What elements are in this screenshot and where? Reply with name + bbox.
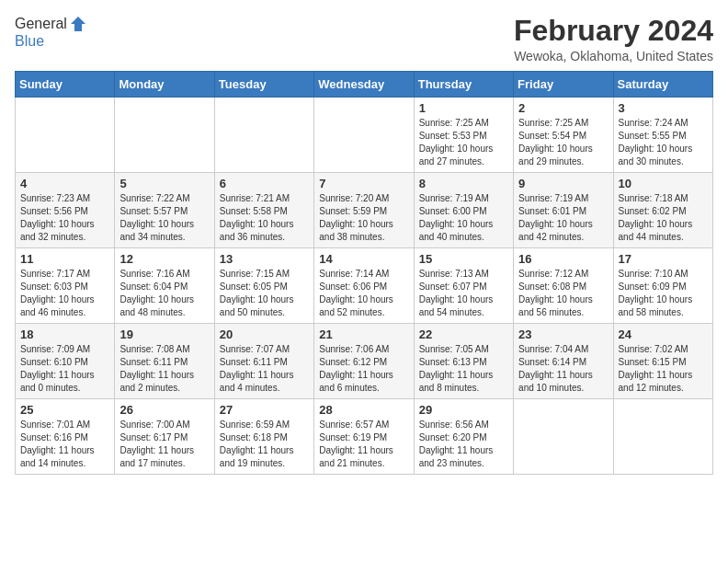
- logo-blue-text: Blue: [15, 33, 87, 50]
- day-info: Sunrise: 6:56 AM Sunset: 6:20 PM Dayligh…: [419, 419, 508, 470]
- calendar-cell: 3Sunrise: 7:24 AM Sunset: 5:55 PM Daylig…: [613, 98, 712, 173]
- day-number: 4: [20, 177, 109, 190]
- calendar-cell: 25Sunrise: 7:01 AM Sunset: 6:16 PM Dayli…: [16, 399, 115, 475]
- header-friday: Friday: [514, 72, 613, 98]
- day-info: Sunrise: 7:12 AM Sunset: 6:08 PM Dayligh…: [518, 268, 608, 319]
- day-info: Sunrise: 7:18 AM Sunset: 6:02 PM Dayligh…: [619, 192, 708, 244]
- svg-marker-0: [71, 17, 85, 31]
- header-sunday: Sunday: [16, 72, 115, 98]
- calendar-cell: 1Sunrise: 7:25 AM Sunset: 5:53 PM Daylig…: [414, 98, 513, 173]
- header-wednesday: Wednesday: [314, 72, 414, 98]
- day-number: 23: [518, 327, 608, 341]
- calendar-cell: 14Sunrise: 7:14 AM Sunset: 6:06 PM Dayli…: [314, 248, 414, 324]
- day-number: 27: [220, 403, 309, 417]
- calendar-cell: 24Sunrise: 7:02 AM Sunset: 6:15 PM Dayli…: [613, 324, 712, 399]
- calendar-cell: 8Sunrise: 7:19 AM Sunset: 6:00 PM Daylig…: [414, 173, 513, 248]
- day-number: 29: [419, 403, 508, 417]
- calendar-cell: 15Sunrise: 7:13 AM Sunset: 6:07 PM Dayli…: [414, 248, 513, 324]
- calendar-cell: [16, 98, 115, 173]
- main-container: General Blue February 2024 Wewoka, Oklah…: [0, 0, 728, 482]
- location-text: Wewoka, Oklahoma, United States: [514, 49, 713, 63]
- day-number: 21: [319, 327, 408, 341]
- day-number: 19: [119, 327, 209, 341]
- day-number: 26: [119, 403, 209, 417]
- calendar-cell: 12Sunrise: 7:16 AM Sunset: 6:04 PM Dayli…: [115, 248, 214, 324]
- calendar-cell: 2Sunrise: 7:25 AM Sunset: 5:54 PM Daylig…: [514, 98, 613, 173]
- calendar-cell: 9Sunrise: 7:19 AM Sunset: 6:01 PM Daylig…: [514, 173, 613, 248]
- day-number: 12: [119, 252, 209, 266]
- calendar-table: Sunday Monday Tuesday Wednesday Thursday…: [15, 71, 713, 475]
- day-number: 20: [220, 327, 309, 341]
- calendar-cell: 17Sunrise: 7:10 AM Sunset: 6:09 PM Dayli…: [613, 248, 712, 324]
- day-number: 6: [220, 177, 309, 190]
- calendar-cell: 29Sunrise: 6:56 AM Sunset: 6:20 PM Dayli…: [414, 399, 513, 475]
- weekday-header-row: Sunday Monday Tuesday Wednesday Thursday…: [16, 72, 713, 98]
- calendar-cell: [613, 399, 712, 475]
- day-number: 22: [419, 327, 508, 341]
- day-info: Sunrise: 7:19 AM Sunset: 6:01 PM Dayligh…: [518, 192, 608, 244]
- day-info: Sunrise: 6:59 AM Sunset: 6:18 PM Dayligh…: [220, 419, 309, 470]
- day-info: Sunrise: 7:20 AM Sunset: 5:59 PM Dayligh…: [319, 192, 408, 244]
- calendar-week-row: 4Sunrise: 7:23 AM Sunset: 5:56 PM Daylig…: [16, 173, 713, 248]
- calendar-cell: 22Sunrise: 7:05 AM Sunset: 6:13 PM Dayli…: [414, 324, 513, 399]
- header-tuesday: Tuesday: [214, 72, 313, 98]
- title-section: February 2024 Wewoka, Oklahoma, United S…: [514, 15, 713, 63]
- day-info: Sunrise: 7:25 AM Sunset: 5:54 PM Dayligh…: [518, 117, 608, 168]
- calendar-cell: 11Sunrise: 7:17 AM Sunset: 6:03 PM Dayli…: [16, 248, 115, 324]
- day-info: Sunrise: 7:15 AM Sunset: 6:05 PM Dayligh…: [220, 268, 309, 319]
- calendar-cell: 28Sunrise: 6:57 AM Sunset: 6:19 PM Dayli…: [314, 399, 414, 475]
- day-info: Sunrise: 7:09 AM Sunset: 6:10 PM Dayligh…: [20, 343, 109, 395]
- header-section: General Blue February 2024 Wewoka, Oklah…: [15, 15, 713, 63]
- day-info: Sunrise: 7:07 AM Sunset: 6:11 PM Dayligh…: [220, 343, 309, 395]
- day-number: 18: [20, 327, 109, 341]
- day-info: Sunrise: 7:16 AM Sunset: 6:04 PM Dayligh…: [119, 268, 209, 319]
- day-number: 28: [319, 403, 408, 417]
- calendar-cell: 13Sunrise: 7:15 AM Sunset: 6:05 PM Dayli…: [214, 248, 313, 324]
- day-info: Sunrise: 7:21 AM Sunset: 5:58 PM Dayligh…: [220, 192, 309, 244]
- day-info: Sunrise: 7:17 AM Sunset: 6:03 PM Dayligh…: [20, 268, 109, 319]
- day-number: 15: [419, 252, 508, 266]
- day-number: 2: [518, 101, 608, 115]
- day-info: Sunrise: 7:22 AM Sunset: 5:57 PM Dayligh…: [119, 192, 209, 244]
- day-info: Sunrise: 7:23 AM Sunset: 5:56 PM Dayligh…: [20, 192, 109, 244]
- day-info: Sunrise: 7:05 AM Sunset: 6:13 PM Dayligh…: [419, 343, 508, 395]
- day-info: Sunrise: 7:04 AM Sunset: 6:14 PM Dayligh…: [518, 343, 608, 395]
- calendar-week-row: 1Sunrise: 7:25 AM Sunset: 5:53 PM Daylig…: [16, 98, 713, 173]
- day-number: 9: [518, 177, 608, 190]
- calendar-week-row: 18Sunrise: 7:09 AM Sunset: 6:10 PM Dayli…: [16, 324, 713, 399]
- calendar-cell: [514, 399, 613, 475]
- month-title: February 2024: [514, 15, 713, 47]
- day-number: 11: [20, 252, 109, 266]
- day-info: Sunrise: 7:00 AM Sunset: 6:17 PM Dayligh…: [119, 419, 209, 470]
- day-info: Sunrise: 7:06 AM Sunset: 6:12 PM Dayligh…: [319, 343, 408, 395]
- day-info: Sunrise: 7:08 AM Sunset: 6:11 PM Dayligh…: [119, 343, 209, 395]
- logo-icon: [69, 15, 87, 33]
- calendar-cell: 23Sunrise: 7:04 AM Sunset: 6:14 PM Dayli…: [514, 324, 613, 399]
- day-number: 16: [518, 252, 608, 266]
- day-number: 10: [619, 177, 708, 190]
- calendar-cell: 18Sunrise: 7:09 AM Sunset: 6:10 PM Dayli…: [16, 324, 115, 399]
- calendar-cell: 10Sunrise: 7:18 AM Sunset: 6:02 PM Dayli…: [613, 173, 712, 248]
- day-info: Sunrise: 7:24 AM Sunset: 5:55 PM Dayligh…: [619, 117, 708, 168]
- day-info: Sunrise: 7:10 AM Sunset: 6:09 PM Dayligh…: [619, 268, 708, 319]
- day-info: Sunrise: 7:25 AM Sunset: 5:53 PM Dayligh…: [419, 117, 508, 168]
- calendar-cell: [214, 98, 313, 173]
- calendar-week-row: 25Sunrise: 7:01 AM Sunset: 6:16 PM Dayli…: [16, 399, 713, 475]
- header-monday: Monday: [115, 72, 214, 98]
- calendar-cell: 20Sunrise: 7:07 AM Sunset: 6:11 PM Dayli…: [214, 324, 313, 399]
- day-number: 1: [419, 101, 508, 115]
- day-number: 13: [220, 252, 309, 266]
- day-number: 8: [419, 177, 508, 190]
- day-info: Sunrise: 7:13 AM Sunset: 6:07 PM Dayligh…: [419, 268, 508, 319]
- day-info: Sunrise: 7:14 AM Sunset: 6:06 PM Dayligh…: [319, 268, 408, 319]
- calendar-cell: 5Sunrise: 7:22 AM Sunset: 5:57 PM Daylig…: [115, 173, 214, 248]
- logo-general-text: General: [15, 16, 67, 32]
- calendar-cell: [115, 98, 214, 173]
- calendar-week-row: 11Sunrise: 7:17 AM Sunset: 6:03 PM Dayli…: [16, 248, 713, 324]
- calendar-cell: 7Sunrise: 7:20 AM Sunset: 5:59 PM Daylig…: [314, 173, 414, 248]
- day-number: 25: [20, 403, 109, 417]
- day-number: 3: [619, 101, 708, 115]
- calendar-cell: 27Sunrise: 6:59 AM Sunset: 6:18 PM Dayli…: [214, 399, 313, 475]
- calendar-cell: 4Sunrise: 7:23 AM Sunset: 5:56 PM Daylig…: [16, 173, 115, 248]
- calendar-cell: [314, 98, 414, 173]
